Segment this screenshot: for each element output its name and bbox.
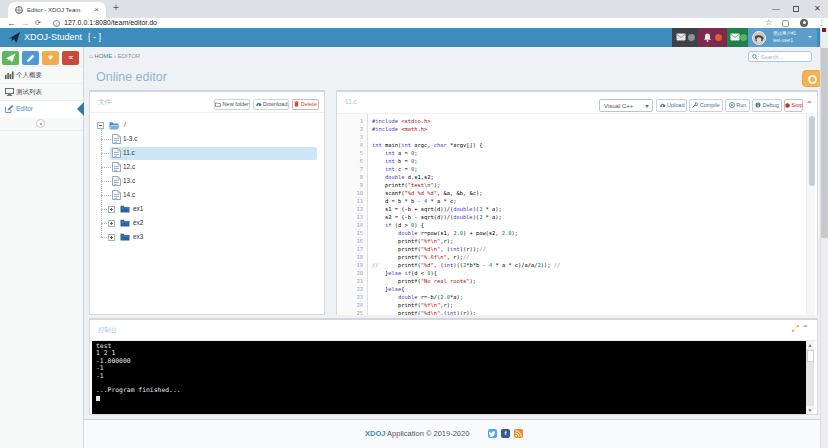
tree-row-13c[interactable]: 13.c	[93, 174, 321, 188]
notifications-badge	[715, 34, 722, 41]
breadcrumb-home[interactable]: HOME	[94, 53, 112, 59]
code-editor[interactable]: 1#include <stdio.h>2#include <math.h>34i…	[337, 114, 817, 315]
upload-label: Upload	[667, 102, 684, 108]
browser-profile-icon[interactable]	[800, 19, 808, 27]
code-line-3: 3	[337, 133, 817, 141]
language-select[interactable]: Visual C++	[599, 99, 653, 112]
sidebar-send-button[interactable]	[2, 51, 19, 65]
file-icon	[112, 148, 121, 159]
run-button[interactable]: Run	[725, 99, 750, 112]
user-username: test-user1	[773, 38, 793, 43]
site-info-icon[interactable]: i	[53, 20, 60, 27]
code-text: s1 = (-b + sqrt(d))/(double)(2 * a);	[372, 205, 502, 213]
language-selected: Visual C++	[604, 103, 633, 109]
editor-panel-header: 11.c Visual C++ Upload Compile Run Debug	[337, 92, 817, 114]
debug-button[interactable]: Debug	[752, 99, 782, 112]
tree-row-ex2[interactable]: ex2	[93, 216, 321, 230]
new-folder-button[interactable]: New folder	[214, 99, 250, 110]
code-text: // printf("%d", (int)((2*b*b - 4 * a * c…	[372, 261, 560, 269]
sidebar-item-testlist[interactable]: 测试列表	[0, 83, 83, 99]
new-folder-label: New folder	[223, 101, 249, 107]
expand-toggle-icon[interactable]	[108, 220, 115, 227]
line-number: 3	[337, 133, 363, 141]
expand-icon[interactable]	[792, 325, 799, 332]
tab-close-icon[interactable]: ×	[94, 5, 99, 14]
window-maximize-icon[interactable]	[793, 6, 799, 12]
stop-button[interactable]: Stop	[784, 99, 803, 112]
user-menu[interactable]: 测试用户#1 test-user1	[748, 28, 817, 47]
browser-menu-icon[interactable]: ⋮	[818, 19, 825, 27]
app-navbar: XDOJ-Student [ - ]	[0, 28, 828, 47]
window-close-icon[interactable]: ✕	[814, 4, 821, 13]
terminal-scrollbar-thumb[interactable]	[807, 350, 814, 362]
tree-row-[interactable]: /	[93, 118, 321, 132]
browser-tab[interactable]: Editor - XDOJ Team ×	[8, 2, 106, 18]
tree-row-ex3[interactable]: ex3	[93, 230, 321, 244]
line-number: 7	[337, 165, 363, 173]
new-tab-button[interactable]: +	[113, 3, 119, 13]
sidebar-alpha-button[interactable]: ∝	[62, 51, 79, 65]
editor-scrollbar-thumb[interactable]	[809, 116, 815, 186]
tree-row-13c[interactable]: 1-3.c	[93, 132, 321, 146]
line-number: 24	[337, 301, 363, 309]
edit-icon	[5, 105, 14, 113]
browser-tab-strip: Editor - XDOJ Team × + — ✕	[0, 0, 828, 18]
code-line-6: 6 int b = 0;	[337, 157, 817, 165]
terminal[interactable]: test1 2 1-1.000000-1-1...Program finishe…	[92, 341, 808, 414]
delete-button[interactable]: Delete	[292, 99, 319, 110]
editor-scrollbar[interactable]	[806, 114, 815, 315]
scroll-down-icon[interactable]: ▼	[806, 406, 814, 414]
file-tree: /1-3.c11.c12.c13.c14.cex1ex2ex3	[90, 113, 324, 315]
tasks-menu[interactable]	[727, 28, 748, 47]
messages-menu[interactable]	[672, 28, 698, 47]
sidebar-toggle[interactable]: [ - ]	[88, 32, 101, 42]
sidebar-divider	[0, 130, 83, 131]
console-collapse-icon[interactable]: ⌃	[802, 324, 809, 333]
tree-label: ex2	[133, 219, 143, 226]
bookmark-star-icon[interactable]: ☆	[765, 18, 772, 28]
code-line-23: 23 double r=-b/(2.0*a);	[337, 293, 817, 301]
brand-name[interactable]: XDOJ-Student	[24, 32, 82, 42]
sidebar-favorite-button[interactable]: ♥	[42, 51, 59, 65]
code-text: printf("%f\n",r);	[372, 301, 453, 309]
reload-icon[interactable]: ⟳	[35, 18, 41, 28]
facebook-icon[interactable]: f	[501, 429, 510, 438]
expand-toggle-icon[interactable]	[108, 206, 115, 213]
rss-icon[interactable]	[514, 429, 523, 438]
terminal-scrollbar[interactable]: ▲ ▼	[806, 341, 814, 414]
extension-icon[interactable]	[782, 20, 789, 27]
tree-row-12c[interactable]: 12.c	[93, 160, 321, 174]
line-number: 16	[337, 237, 363, 245]
back-icon[interactable]: ←	[7, 18, 16, 28]
code-text: double r=-b/(2.0*a);	[372, 293, 463, 301]
url-text[interactable]: 127.0.0.1:8080/team/editor.do	[64, 19, 157, 26]
collapse-toggle-icon[interactable]	[97, 122, 104, 129]
select-caret-icon	[645, 105, 649, 108]
sidebar-edit-button[interactable]	[22, 51, 39, 65]
notifications-menu[interactable]	[698, 28, 727, 47]
page-title: Online editor	[96, 70, 167, 84]
page-scrollbar-thumb[interactable]	[821, 48, 828, 238]
selected-row-highlight	[110, 147, 317, 160]
sidebar-item-profile[interactable]: 个人概要	[0, 66, 83, 82]
code-text: double d,s1,s2;	[372, 173, 434, 181]
scroll-up-icon[interactable]: ▲	[806, 341, 814, 349]
editor-collapse-icon[interactable]: ⌃	[806, 100, 813, 109]
upload-button[interactable]: Upload	[656, 99, 687, 112]
search-box[interactable]: Search...	[748, 51, 812, 62]
sidebar-item-editor[interactable]: Editor	[0, 100, 83, 118]
expand-toggle-icon[interactable]	[108, 234, 115, 241]
window-minimize-icon[interactable]: —	[772, 4, 780, 13]
download-button[interactable]: Download	[253, 99, 289, 110]
tree-row-ex1[interactable]: ex1	[93, 202, 321, 216]
compile-button[interactable]: Compile	[689, 99, 723, 112]
forward-icon[interactable]: →	[21, 18, 30, 28]
tree-row-11c[interactable]: 11.c	[93, 146, 321, 160]
breadcrumb: ⌂ HOME › EDITOR	[89, 53, 140, 59]
twitter-icon[interactable]	[488, 429, 497, 438]
settings-gear-button[interactable]	[802, 70, 822, 87]
code-line-9: 9 printf("test\n");	[337, 181, 817, 189]
code-text: printf("test\n");	[372, 181, 440, 189]
tree-row-14c[interactable]: 14.c	[93, 188, 321, 202]
sidebar-collapse-handle[interactable]	[36, 119, 45, 128]
